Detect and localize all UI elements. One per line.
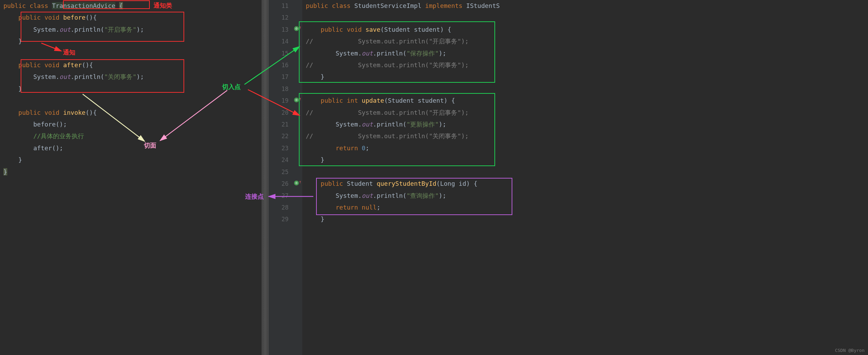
method-invoke: invoke [63,109,85,116]
line-number: 15 [269,48,289,59]
line-number: 13 [269,24,289,36]
line-number: 17 [269,71,289,83]
brace: { [119,2,123,9]
line-number: 18 [269,83,289,95]
label-advice-class: 通知类 [154,1,172,10]
up-arrow-icon: ↑ [299,96,302,101]
line-number: 22 [269,130,289,142]
kw-public: public [3,2,26,9]
line-number: 11 [269,0,289,12]
method-update: update [362,97,384,104]
left-editor-pane: public class TransactionAdvice { public … [0,0,262,355]
line-number: 24 [269,154,289,166]
line-number: 12 [269,12,289,23]
split-divider[interactable] [262,0,269,355]
label-pointcut: 切入点 [222,83,241,91]
up-arrow-icon: ↑ [299,179,302,184]
line-number: 26 [269,178,289,190]
right-code[interactable]: public class StudentServiceImpl implemen… [306,0,868,225]
line-number: 29 [269,213,289,225]
override-icon[interactable]: o [294,26,299,31]
method-after: after [63,61,82,69]
line-number: 23 [269,142,289,154]
gutter-icons: o ↑ o ↑ o ↑ [293,0,302,355]
left-code[interactable]: public class TransactionAdvice { public … [3,0,258,178]
line-number: 16 [269,59,289,71]
right-editor-pane: 11 12 13 14 15 16 17 18 19 20 21 22 23 2… [269,0,868,355]
override-icon[interactable]: o [294,181,299,185]
label-joinpoint: 连接点 [245,192,264,201]
label-aspect: 切面 [144,141,156,150]
line-number: 25 [269,166,289,178]
class-name: TransactionAdvice [52,2,115,9]
watermark: CSDN @Byron [835,348,865,353]
class-name: StudentServiceImpl [354,2,421,9]
up-arrow-icon: ↑ [299,25,302,30]
method-query: queryStudentById [377,180,436,187]
comment: //具体的业务执行 [33,132,84,140]
line-number: 19 [269,95,289,106]
line-number: 27 [269,190,289,202]
label-advice: 通知 [63,48,75,57]
line-number: 28 [269,202,289,213]
line-number: 20 [269,107,289,119]
line-number: 14 [269,36,289,47]
kw-class: class [30,2,48,9]
line-number-gutter: 11 12 13 14 15 16 17 18 19 20 21 22 23 2… [269,0,293,355]
right-code-area[interactable]: public class StudentServiceImpl implemen… [302,0,868,355]
method-save: save [365,26,380,33]
method-before: before [63,14,85,21]
override-icon[interactable]: o [294,98,299,102]
line-number: 21 [269,119,289,130]
